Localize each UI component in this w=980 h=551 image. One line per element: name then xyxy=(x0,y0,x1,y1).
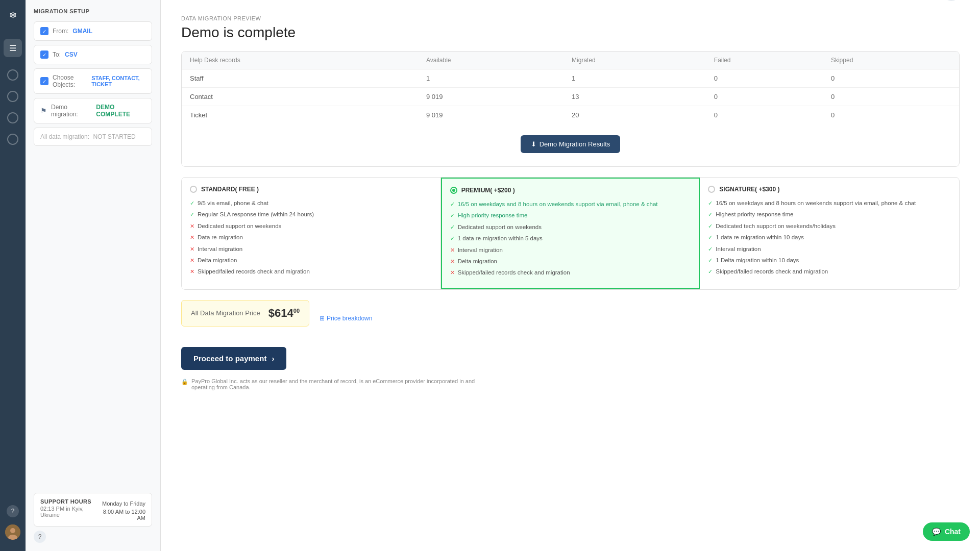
pricing-card-signature[interactable]: SIGNATURE( +$300 ) ✓ 16/5 on weekdays an… xyxy=(700,178,959,289)
panel-help-icon[interactable]: ? xyxy=(34,531,46,543)
support-box: SUPPORT HOURS 02:13 PM in Kyiv, Ukraine … xyxy=(34,493,152,527)
feature-item: ✓ 16/5 on weekdays and 8 hours on weeken… xyxy=(708,199,951,207)
sidebar-circle-3[interactable] xyxy=(7,112,18,123)
page-title: Demo is complete xyxy=(181,24,296,41)
pricing-card-premium[interactable]: PREMIUM( +$200 ) ✓ 16/5 on weekdays and … xyxy=(441,178,700,289)
check-icon: ✓ xyxy=(708,199,713,207)
radio-selected-icon xyxy=(450,187,457,194)
feature-item: ✓ Dedicated support on weekends xyxy=(450,223,691,231)
feature-item: ✓ Regular SLA response time (within 24 h… xyxy=(190,210,432,218)
checkbox-to[interactable]: ✓ xyxy=(40,51,48,59)
results-table: Help Desk records Available Migrated Fai… xyxy=(181,51,960,167)
feature-item: ✕ Interval migration xyxy=(450,246,691,254)
left-panel: MIGRATION SETUP ✓ From: GMAIL ✓ To: CSV … xyxy=(26,0,161,551)
chat-icon: 💬 xyxy=(932,528,941,536)
svg-point-1 xyxy=(10,528,15,533)
support-location: 02:13 PM in Kyiv, Ukraine xyxy=(40,506,99,518)
cross-icon: ✕ xyxy=(190,268,194,276)
sidebar-circle-4[interactable] xyxy=(7,134,18,145)
step-objects: ✓ Choose Objects: STAFF, CONTACT, TICKET xyxy=(34,68,152,94)
step-objects-label: Choose Objects: xyxy=(53,74,87,88)
cross-icon: ✕ xyxy=(450,246,455,254)
feature-item: ✕ Delta migration xyxy=(450,257,691,265)
step-all-data-label: All data migration: xyxy=(40,133,89,140)
table-cell-migrated: 20 xyxy=(564,106,706,124)
table-row: Contact 9 019 13 0 0 xyxy=(182,88,959,106)
check-icon: ✓ xyxy=(190,211,194,218)
help-icon[interactable]: ? xyxy=(7,505,19,517)
sidebar-circle-1[interactable] xyxy=(7,69,18,81)
feature-item: ✓ Dedicated tech support on weekends/hol… xyxy=(708,222,951,230)
table-cell-available: 9 019 xyxy=(418,106,564,124)
check-icon: ✓ xyxy=(708,211,713,218)
main-content: DATA MIGRATION PREVIEW Demo is complete … xyxy=(161,0,980,551)
table-cell-migrated: 13 xyxy=(564,88,706,106)
chat-button[interactable]: 💬 Chat xyxy=(923,522,970,541)
feature-item: ✕ Interval migration xyxy=(190,245,432,253)
price-cents: 00 xyxy=(293,307,300,313)
feature-item: ✕ Skipped/failed records check and migra… xyxy=(190,267,432,276)
cross-icon: ✕ xyxy=(450,258,455,265)
check-icon: ✓ xyxy=(708,234,713,241)
price-value: $61400 xyxy=(268,307,300,320)
plan-name: PREMIUM( +$200 ) xyxy=(461,187,515,194)
table-header-migrated: Migrated xyxy=(564,52,706,69)
feature-item: ✓ 1 Delta migration within 10 days xyxy=(708,256,951,264)
table-row: Staff 1 1 0 0 xyxy=(182,69,959,88)
pricing-card-standard[interactable]: STANDARD( FREE ) ✓ 9/5 via email, phone … xyxy=(182,178,441,289)
logo-icon[interactable]: ❄ xyxy=(4,6,22,24)
price-breakdown-link[interactable]: ⊞ Price breakdown xyxy=(320,315,372,322)
price-bar: All Data Migration Price $61400 xyxy=(181,300,309,327)
demo-results-button[interactable]: ⬇ Demo Migration Results xyxy=(521,135,621,153)
check-icon: ✓ xyxy=(450,235,455,242)
table-header-available: Available xyxy=(418,52,564,69)
feature-item: ✓ 1 data re-migration within 10 days xyxy=(708,233,951,241)
step-from-label: From: xyxy=(53,28,68,35)
security-note: 🔒 PayPro Global Inc. acts as our reselle… xyxy=(181,378,487,390)
feature-item: ✕ Skipped/failed records check and migra… xyxy=(450,268,691,277)
help-circle-icon[interactable]: ? xyxy=(943,0,960,1)
cross-icon: ✕ xyxy=(190,257,194,264)
plan-name: SIGNATURE( +$300 ) xyxy=(719,186,779,193)
table-header-failed: Failed xyxy=(706,52,823,69)
table-cell-migrated: 1 xyxy=(564,69,706,88)
table-cell-failed: 0 xyxy=(706,88,823,106)
feature-item: ✕ Delta migration xyxy=(190,256,432,264)
feature-item: ✓ Highest priority response time xyxy=(708,210,951,218)
table-cell-failed: 0 xyxy=(706,69,823,88)
panel-title: MIGRATION SETUP xyxy=(34,8,152,14)
table-row: Ticket 9 019 20 0 0 xyxy=(182,106,959,124)
checkbox-from[interactable]: ✓ xyxy=(40,27,48,35)
radio-unselected-icon xyxy=(190,186,197,193)
proceed-to-payment-button[interactable]: Proceed to payment › xyxy=(181,347,286,370)
step-demo: ⚑ Demo migration: DEMO COMPLETE xyxy=(34,98,152,123)
pricing-card-header: PREMIUM( +$200 ) xyxy=(450,187,691,194)
user-avatar[interactable] xyxy=(5,524,20,540)
grid-icon: ⊞ xyxy=(320,315,325,322)
cross-icon: ✕ xyxy=(190,222,194,230)
step-to-label: To: xyxy=(53,51,61,58)
pricing-card-header: STANDARD( FREE ) xyxy=(190,186,432,193)
check-icon: ✓ xyxy=(450,212,455,219)
lock-icon: 🔒 xyxy=(181,379,188,385)
check-icon: ✓ xyxy=(450,201,455,208)
check-icon: ✓ xyxy=(708,222,713,230)
table-cell-available: 9 019 xyxy=(418,88,564,106)
checkbox-objects[interactable]: ✓ xyxy=(40,77,48,85)
step-to-value: CSV xyxy=(65,51,78,58)
step-to: ✓ To: CSV xyxy=(34,45,152,64)
table-cell-name: Staff xyxy=(182,69,418,88)
cross-icon: ✕ xyxy=(450,269,455,277)
table-cell-failed: 0 xyxy=(706,106,823,124)
step-objects-value: STAFF, CONTACT, TICKET xyxy=(91,75,145,87)
check-icon: ✓ xyxy=(190,199,194,207)
chevron-right-icon: › xyxy=(272,354,274,363)
sidebar-circle-2[interactable] xyxy=(7,91,18,102)
feature-item: ✓ 1 data re-migration within 5 days xyxy=(450,234,691,242)
support-days: Monday to Friday xyxy=(99,500,145,507)
pricing-card-header: SIGNATURE( +$300 ) xyxy=(708,186,951,193)
sidebar-menu-icon[interactable]: ☰ xyxy=(4,39,22,57)
table-cell-skipped: 0 xyxy=(823,88,959,106)
feature-item: ✓ High priority response time xyxy=(450,211,691,219)
check-icon: ✓ xyxy=(708,245,713,253)
